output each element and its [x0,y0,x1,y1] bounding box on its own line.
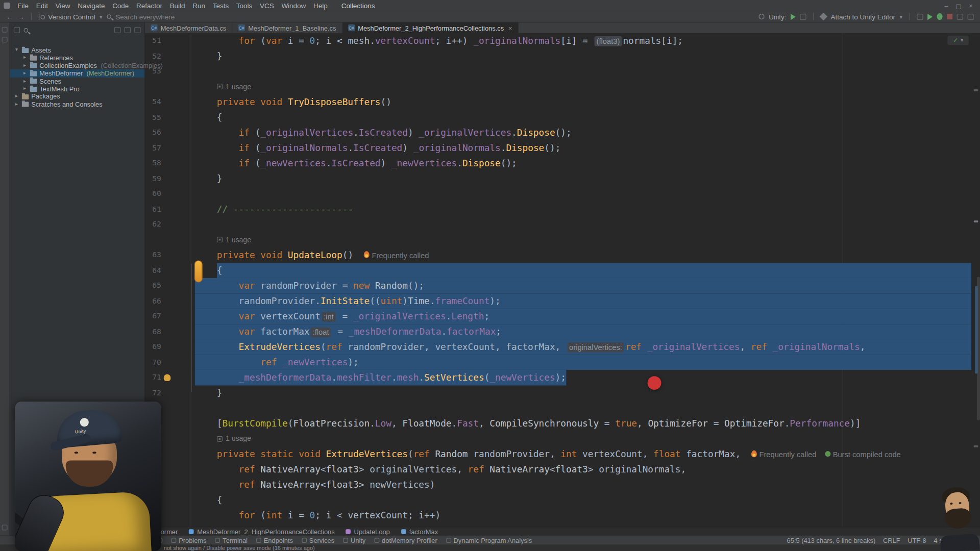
chevron-down-icon[interactable]: ▾ [14,46,19,54]
status-crlf[interactable]: CRLF [883,537,900,544]
chevron-right-icon[interactable]: ▸ [14,101,19,108]
unity-refresh-icon[interactable] [759,14,765,19]
breadcrumb-factormax[interactable]: factorMax [401,528,438,535]
code-vision-usages[interactable]: 1 usage [217,79,251,94]
nav-forward-icon[interactable]: → [17,13,24,20]
line-number[interactable]: 64 [145,263,161,278]
menu-file[interactable]: File [14,0,32,11]
settings-icon[interactable] [968,13,974,19]
vcs-widget[interactable]: Version Control [48,13,95,20]
status-65-5-413-chars-6-line-breaks[interactable]: 65:5 (413 chars, 6 line breaks) [787,537,876,544]
editor[interactable]: 51 for (var i = 0; i < mesh.vertexCount;… [145,33,980,527]
menu-view[interactable]: View [52,0,74,11]
chevron-right-icon[interactable]: ▸ [22,62,28,69]
run-icon[interactable] [927,13,933,19]
statusbar-dotmemory-profiler[interactable]: dotMemory Profiler [374,537,437,544]
unity-pause-icon[interactable] [800,13,806,19]
chevron-right-icon[interactable]: ▸ [22,77,28,85]
line-number[interactable]: 63 [145,247,161,263]
build-icon[interactable] [917,13,923,19]
line-number[interactable]: 54 [145,94,161,110]
line-number[interactable]: 67 [145,309,161,324]
line-number[interactable]: 58 [145,156,161,171]
line-number[interactable]: 66 [145,293,161,309]
line-number[interactable]: 62 [145,217,161,232]
line-number[interactable]: 60 [145,186,161,202]
project-search-icon[interactable] [24,28,29,32]
tab-meshdeformer-2-highperformancecollections-cs[interactable]: C#MeshDeformer_2_HighPerformanceCollecti… [342,22,519,33]
statusbar-services[interactable]: Services [302,537,334,544]
bookmarks-tool-icon[interactable] [2,525,8,531]
minimize-icon[interactable]: – [944,2,948,9]
search-everywhere[interactable]: Search everywhere [115,13,175,20]
statusbar-dynamic-program-analysis[interactable]: Dynamic Program Analysis [446,537,532,544]
statusbar-terminal[interactable]: Terminal [215,537,248,544]
code-vision-usages[interactable]: 1 usage [217,232,251,247]
statusbar-problems[interactable]: Problems [172,537,207,544]
menu-code[interactable]: Code [109,0,133,11]
menu-vcs[interactable]: VCS [256,0,278,11]
menu-window[interactable]: Window [278,0,310,11]
status-utf-8[interactable]: UTF-8 [908,537,926,544]
breadcrumb-meshdeformer-2-highperformancecollections[interactable]: MeshDeformer_2_HighPerformanceCollection… [189,528,334,535]
notification-text[interactable]: not show again / Disable power save mode… [164,545,315,551]
maximize-icon[interactable]: ▢ [955,2,962,9]
search-icon[interactable] [107,14,111,19]
tab-meshdeformer-1-baseline-cs[interactable]: C#MeshDeformer_1_Baseline.cs [233,22,342,33]
line-number[interactable]: 61 [145,202,161,217]
locate-file-icon[interactable] [114,27,120,33]
line-number[interactable]: 69 [145,339,161,355]
line-number[interactable]: 72 [145,385,161,400]
tree-item-collectionexamples[interactable]: ▸CollectionExamples(CollectionExamples) [10,62,144,69]
tree-item-meshdeformer[interactable]: ▸MeshDeformer(MeshDeformer) [10,69,144,77]
tab-meshdeformerdata-cs[interactable]: C#MeshDeformerData.cs [145,22,232,33]
nav-back-icon[interactable]: ← [6,13,13,20]
lightbulb-icon[interactable] [164,374,170,381]
stop-icon[interactable] [947,14,952,19]
breadcrumb-updateloop[interactable]: UpdateLoop [346,528,390,535]
tree-item-scratches-and-consoles[interactable]: ▸Scratches and Consoles [10,101,144,108]
hide-panel-icon[interactable] [134,27,140,33]
line-number[interactable]: 70 [145,355,161,370]
line-number[interactable]: 65 [145,278,161,293]
profiler-icon[interactable] [957,13,963,19]
tree-item-textmesh-pro[interactable]: ▸TextMesh Pro [10,85,144,92]
tree-item-assets[interactable]: ▾Assets [10,46,144,54]
commit-tool-icon[interactable] [2,37,8,42]
panel-settings-icon[interactable] [125,27,131,33]
unity-play-icon[interactable] [791,13,796,19]
inspections-widget[interactable]: ✓▾ [947,36,969,45]
chevron-right-icon[interactable]: ▸ [14,93,19,101]
line-number[interactable]: 71 [145,370,161,385]
chevron-right-icon[interactable]: ▸ [22,85,28,92]
scrollbar-thumb[interactable] [977,277,980,420]
tree-item-scenes[interactable]: ▸Scenes [10,77,144,85]
line-number[interactable]: 56 [145,125,161,140]
menu-run[interactable]: Run [189,0,209,11]
chevron-down-icon[interactable]: ▾ [900,13,903,19]
statusbar-unity[interactable]: Unity [343,537,365,544]
menu-build[interactable]: Build [166,0,189,11]
close-tab-icon[interactable]: × [508,24,512,32]
menu-help[interactable]: Help [310,0,331,11]
menu-tests[interactable]: Tests [209,0,232,11]
line-number[interactable]: 57 [145,140,161,156]
tree-item-references[interactable]: ▸References [10,54,144,62]
tree-item-packages[interactable]: ▸Packages [10,93,144,101]
menu-tools[interactable]: Tools [233,0,256,11]
line-number[interactable]: 55 [145,110,161,125]
attach-to-unity-editor[interactable]: Attach to Unity Editor [831,13,896,20]
menu-navigate[interactable]: Navigate [74,0,109,11]
project-tool-icon[interactable] [2,27,8,33]
menu-edit[interactable]: Edit [32,0,52,11]
statusbar-endpoints[interactable]: Endpoints [256,537,293,544]
project-view-icon[interactable] [14,27,20,33]
code-vision-usages[interactable]: 1 usage [217,431,251,446]
close-icon[interactable]: × [969,2,972,9]
line-number[interactable]: 59 [145,171,161,186]
debug-icon[interactable] [937,13,943,20]
line-number[interactable]: 68 [145,324,161,339]
chevron-right-icon[interactable]: ▸ [22,69,28,77]
chevron-right-icon[interactable]: ▸ [22,54,28,62]
menu-refactor[interactable]: Refactor [133,0,166,11]
